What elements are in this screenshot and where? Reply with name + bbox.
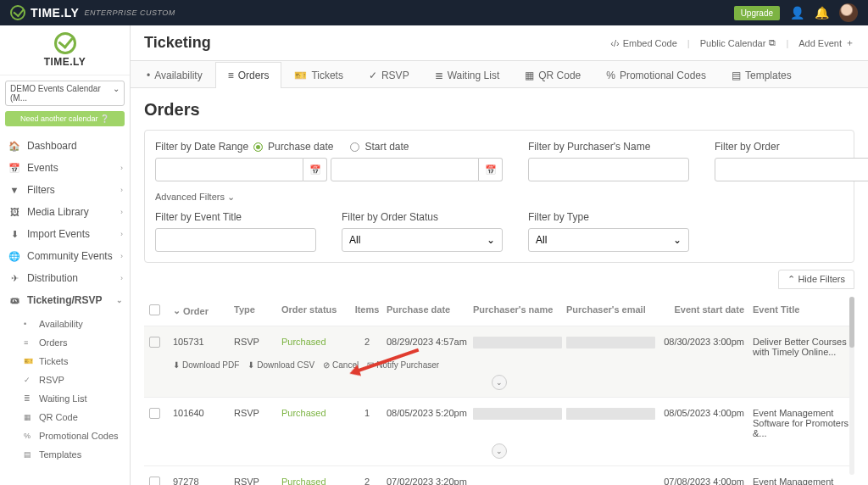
order-id[interactable]: 101640 — [173, 408, 234, 418]
event-title-input[interactable] — [155, 228, 316, 252]
order-id[interactable]: 105731 — [173, 337, 234, 347]
hide-filters-button[interactable]: ⌃ Hide Filters — [778, 270, 854, 289]
filter-date-range: Filter by Date Range Purchase date Start… — [155, 141, 503, 181]
select-all-checkbox[interactable] — [149, 304, 160, 315]
need-calendar-button[interactable]: Need another calendar ❔ — [5, 111, 125, 126]
home-icon: 🏠 — [8, 141, 20, 152]
template-icon: ▤ — [732, 70, 741, 81]
embed-code-link[interactable]: ‹/›Embed Code — [610, 38, 677, 48]
chevron-right-icon: › — [120, 252, 123, 260]
row-checkbox[interactable] — [149, 337, 160, 348]
date-from-calendar-button[interactable]: 📅 — [303, 158, 327, 181]
scroll-thumb[interactable] — [849, 297, 854, 348]
row-checkbox[interactable] — [149, 477, 160, 485]
order-id[interactable]: 97278 — [173, 477, 234, 485]
add-event-button[interactable]: Add Event ＋ — [798, 36, 854, 49]
chevron-right-icon: › — [120, 274, 123, 282]
orders-table: ⌄Order Type Order status Items Purchase … — [144, 296, 854, 485]
code-icon: ‹/› — [610, 38, 619, 48]
col-date[interactable]: Purchase date — [387, 304, 473, 317]
chevron-right-icon: › — [120, 164, 123, 172]
plane-icon: ✈ — [8, 273, 20, 284]
tab-availability[interactable]: •Availability — [134, 62, 215, 88]
col-start[interactable]: Event start date — [659, 304, 753, 317]
col-name[interactable]: Purchaser's name — [473, 304, 566, 317]
external-icon: ⧉ — [769, 37, 776, 48]
public-calendar-link[interactable]: Public Calendar ⧉ — [700, 37, 776, 48]
table-header: ⌄Order Type Order status Items Purchase … — [144, 296, 854, 326]
type-select[interactable]: All⌄ — [528, 228, 689, 252]
col-title[interactable]: Event Title — [753, 304, 849, 317]
upgrade-button[interactable]: Upgrade — [734, 6, 780, 20]
col-status[interactable]: Order status — [281, 304, 348, 317]
nav-ticketing[interactable]: 🎟Ticketing/RSVP⌄ — [0, 289, 130, 311]
tab-qr[interactable]: ▦QR Code — [512, 62, 593, 88]
radio-start-date[interactable] — [350, 142, 359, 152]
brand: TIME.LY ENTERPRISE CUSTOM — [10, 5, 175, 20]
col-email[interactable]: Purchaser's email — [566, 304, 659, 317]
expand-button[interactable]: ⌄ — [492, 375, 507, 390]
ticket-icon: 🎫 — [24, 357, 34, 365]
plus-icon: ＋ — [845, 36, 854, 49]
list-icon: ≣ — [435, 70, 443, 81]
dot-icon: • — [147, 70, 150, 81]
tab-orders[interactable]: ≡Orders — [215, 62, 282, 88]
image-icon: 🖼 — [8, 207, 20, 217]
user-icon[interactable]: 👤 — [790, 6, 804, 20]
subnav-templates[interactable]: ▤Templates — [0, 445, 130, 464]
subnav-availability[interactable]: •Availability — [0, 315, 130, 333]
scrollbar[interactable] — [849, 297, 854, 475]
calendar-select[interactable]: DEMO Events Calendar (M... ⌄ — [5, 81, 125, 106]
nav: 🏠Dashboard 📅Events› ▼Filters› 🖼Media Lib… — [0, 131, 130, 315]
subnav-qr[interactable]: ▦QR Code — [0, 408, 130, 426]
expand-button[interactable]: ⌄ — [492, 443, 507, 459]
col-order[interactable]: ⌄Order — [173, 304, 234, 317]
tab-promo[interactable]: %Promotional Codes — [593, 62, 719, 88]
nav-dashboard[interactable]: 🏠Dashboard — [0, 135, 130, 157]
nav-filters[interactable]: ▼Filters› — [0, 179, 130, 201]
subnav-rsvp[interactable]: ✓RSVP — [0, 371, 130, 389]
table-row: 105731 RSVP Purchased 2 08/29/2023 4:57a… — [144, 326, 854, 398]
purchaser-name-input[interactable] — [528, 158, 689, 181]
avatar[interactable] — [839, 3, 858, 22]
advanced-filters-toggle[interactable]: Advanced Filters ⌄ — [155, 192, 843, 203]
col-items[interactable]: Items — [348, 304, 387, 317]
chevron-down-icon: ⌄ — [116, 296, 123, 304]
download-icon: ⬇ — [173, 360, 180, 370]
tab-tickets[interactable]: 🎫Tickets — [281, 62, 356, 88]
radio-purchase-date[interactable] — [253, 142, 263, 152]
order-input[interactable] — [715, 158, 868, 181]
qr-icon: ▦ — [24, 413, 34, 421]
bell-icon[interactable]: 🔔 — [815, 6, 829, 20]
download-csv-button[interactable]: ⬇Download CSV — [248, 360, 314, 370]
nav-community[interactable]: 🌐Community Events› — [0, 245, 130, 267]
page-title: Orders — [144, 100, 854, 120]
status-badge: Purchased — [281, 337, 348, 347]
subnav-waiting[interactable]: ≣Waiting List — [0, 389, 130, 408]
subnav-promo[interactable]: %Promotional Codes — [0, 426, 130, 445]
tab-waiting[interactable]: ≣Waiting List — [422, 62, 513, 88]
download-pdf-button[interactable]: ⬇Download PDF — [173, 360, 239, 370]
subnav-tickets[interactable]: 🎫Tickets — [0, 352, 130, 371]
col-type[interactable]: Type — [234, 304, 281, 317]
date-from-input[interactable] — [155, 158, 303, 181]
filter-status: Filter by Order Status All⌄ — [342, 211, 503, 252]
status-select[interactable]: All⌄ — [342, 228, 503, 252]
date-to-input[interactable] — [331, 158, 479, 181]
divider: | — [687, 38, 690, 48]
percent-icon: % — [24, 432, 34, 440]
date-to-calendar-button[interactable]: 📅 — [479, 158, 503, 181]
redacted-email — [566, 408, 655, 420]
nav-events[interactable]: 📅Events› — [0, 157, 130, 179]
row-checkbox[interactable] — [149, 408, 160, 419]
topbar-actions: Upgrade 👤 🔔 — [734, 3, 858, 22]
subnav-orders[interactable]: ≡Orders — [0, 333, 130, 352]
nav-distribution[interactable]: ✈Distribution› — [0, 267, 130, 289]
tab-rsvp[interactable]: ✓RSVP — [356, 62, 422, 88]
chevron-down-icon: ⌄ — [673, 234, 682, 246]
table-row: 101640 RSVP Purchased 1 08/05/2023 5:20p… — [144, 398, 854, 466]
template-icon: ▤ — [24, 450, 34, 459]
nav-import[interactable]: ⬇Import Events› — [0, 223, 130, 245]
tab-templates[interactable]: ▤Templates — [719, 62, 804, 88]
nav-media[interactable]: 🖼Media Library› — [0, 201, 130, 223]
